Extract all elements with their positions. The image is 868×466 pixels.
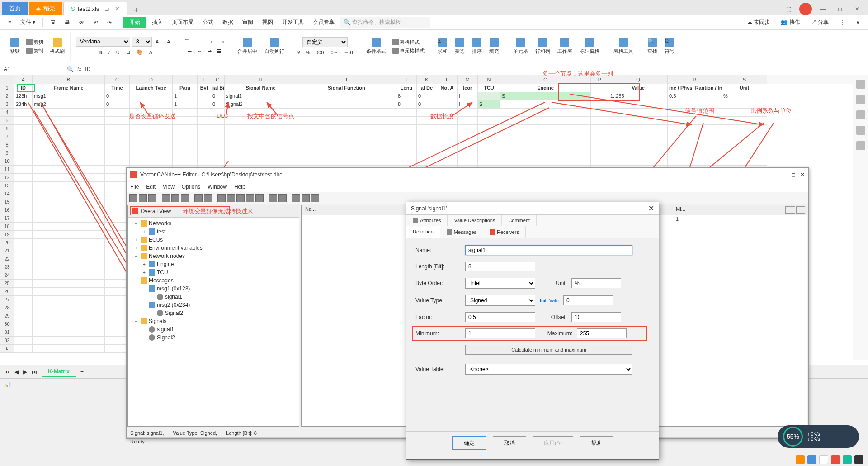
cell[interactable]: [591, 133, 609, 141]
cell[interactable]: [417, 157, 437, 166]
cell[interactable]: 8: [396, 92, 417, 100]
sheet-nav-next-icon[interactable]: ▶: [23, 369, 27, 375]
tree-expand-icon[interactable]: +: [142, 270, 147, 275]
cell[interactable]: [437, 141, 458, 149]
cell[interactable]: [297, 109, 396, 117]
row-header[interactable]: 9: [0, 149, 14, 157]
cell[interactable]: [591, 109, 609, 117]
cell[interactable]: [609, 125, 668, 133]
cell[interactable]: [33, 345, 105, 353]
cell[interactable]: [458, 141, 478, 149]
cell[interactable]: i: [458, 92, 478, 100]
cell[interactable]: 1: [173, 92, 198, 100]
cell[interactable]: Signal Name: [225, 84, 297, 92]
menu-formula[interactable]: 公式: [199, 17, 217, 28]
tab-value-desc[interactable]: Value Descriptions: [448, 215, 502, 226]
cell[interactable]: Signal Function: [297, 84, 396, 92]
cell[interactable]: [396, 125, 417, 133]
cell[interactable]: [198, 141, 211, 149]
tb-paste-icon[interactable]: [181, 194, 189, 202]
filter-button[interactable]: 筛选: [452, 37, 467, 56]
sheet-nav-last-icon[interactable]: ⏭: [32, 369, 37, 375]
cell[interactable]: [33, 141, 105, 149]
cancel-button[interactable]: 取消: [493, 436, 526, 450]
tree-node[interactable]: +Engine: [130, 260, 297, 268]
cell[interactable]: [33, 223, 105, 231]
cell[interactable]: [14, 247, 33, 255]
cell[interactable]: [478, 92, 500, 100]
cell[interactable]: [478, 109, 500, 117]
cell[interactable]: [105, 125, 130, 133]
cell[interactable]: [297, 133, 396, 141]
cell[interactable]: [458, 109, 478, 117]
row-header[interactable]: 8: [0, 141, 14, 149]
cell[interactable]: [14, 345, 33, 353]
input-length[interactable]: [465, 262, 535, 271]
row-header[interactable]: 23: [0, 263, 14, 271]
cell[interactable]: [14, 117, 33, 125]
cell[interactable]: [225, 141, 297, 149]
input-initvalue[interactable]: [563, 295, 613, 305]
cell[interactable]: [14, 328, 33, 337]
row-header[interactable]: 13: [0, 182, 14, 190]
col-header[interactable]: J: [396, 75, 417, 84]
cell[interactable]: [591, 125, 609, 133]
list-cell[interactable]: 1: [672, 215, 699, 223]
cell[interactable]: [591, 100, 609, 109]
cell[interactable]: [609, 109, 668, 117]
tb-grid5-icon[interactable]: [255, 194, 264, 202]
wrap-button[interactable]: 自动换行: [262, 37, 287, 56]
symbol-button[interactable]: Ω符号: [662, 37, 677, 56]
cell[interactable]: [437, 100, 458, 109]
cell[interactable]: [458, 157, 478, 166]
cell[interactable]: Unit: [722, 84, 767, 92]
cell[interactable]: [722, 100, 767, 109]
candb-min-icon[interactable]: —: [781, 171, 787, 178]
cell[interactable]: TCU: [478, 84, 500, 92]
indent-inc-icon[interactable]: ⇥: [218, 38, 226, 46]
cell[interactable]: [437, 92, 458, 100]
cell[interactable]: [33, 157, 105, 166]
tree-node[interactable]: −Signals: [130, 317, 297, 325]
speed-widget[interactable]: 55% ↑ 0K/s ↓ 0K/s: [778, 425, 859, 448]
cell[interactable]: [417, 117, 437, 125]
cell[interactable]: [33, 198, 105, 206]
tree-expand-icon[interactable]: +: [133, 238, 139, 243]
tray-icon-1[interactable]: [796, 455, 805, 464]
more-icon[interactable]: ⋮: [836, 18, 849, 28]
cell[interactable]: [417, 141, 437, 149]
menu-review[interactable]: 审阅: [239, 17, 257, 28]
input-name[interactable]: [465, 245, 632, 255]
cell[interactable]: [14, 214, 33, 223]
cell[interactable]: [211, 133, 225, 141]
cell[interactable]: [33, 312, 105, 320]
row-header[interactable]: 19: [0, 231, 14, 239]
sheet-nav-prev-icon[interactable]: ◀: [14, 369, 19, 375]
cell[interactable]: [33, 125, 105, 133]
col-header[interactable]: I: [297, 75, 396, 84]
cell[interactable]: 0: [105, 100, 130, 109]
cell[interactable]: [458, 125, 478, 133]
cell[interactable]: [14, 280, 33, 288]
fx-label[interactable]: fx: [77, 66, 81, 72]
row-header[interactable]: 15: [0, 198, 14, 206]
cell[interactable]: [609, 149, 668, 157]
cell[interactable]: [14, 255, 33, 263]
row-header[interactable]: 2: [0, 92, 14, 100]
cell[interactable]: [33, 328, 105, 337]
row-header[interactable]: 7: [0, 133, 14, 141]
rowcol-button[interactable]: 行和列: [533, 37, 553, 56]
tb-win3-icon[interactable]: [311, 194, 319, 202]
shrink-font-icon[interactable]: A⁻: [165, 37, 175, 47]
input-max[interactable]: [577, 328, 627, 338]
menu-insert[interactable]: 插入: [148, 17, 166, 28]
tree-expand-icon[interactable]: −: [142, 303, 147, 308]
tb-check-icon[interactable]: [269, 194, 277, 202]
cell[interactable]: [609, 141, 668, 149]
cell[interactable]: [198, 117, 211, 125]
select-all-corner[interactable]: [0, 75, 14, 84]
cell[interactable]: [105, 149, 130, 157]
tree-node[interactable]: signal1: [130, 293, 297, 301]
cell[interactable]: [668, 109, 722, 117]
col-header[interactable]: G: [211, 75, 225, 84]
